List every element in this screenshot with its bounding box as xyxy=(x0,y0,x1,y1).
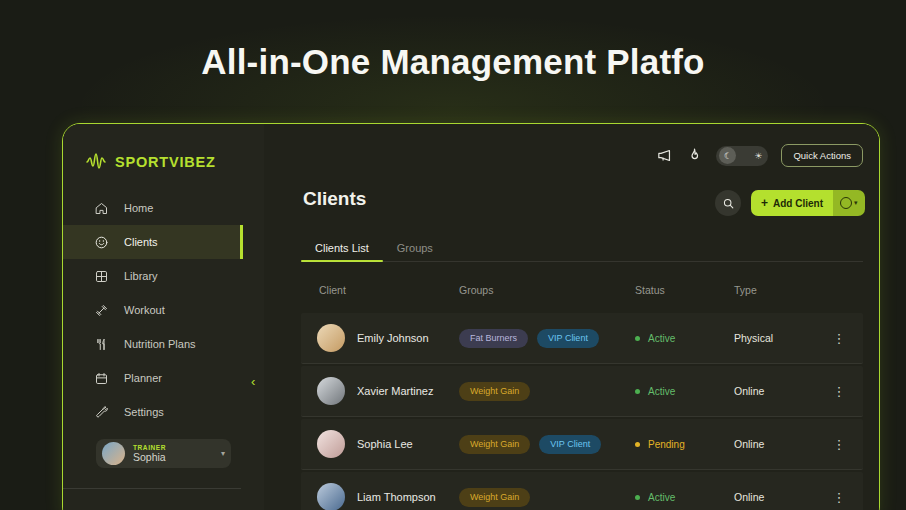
add-client-split-button: + Add Client ▾ xyxy=(751,190,865,216)
group-badge: Fat Burners xyxy=(459,329,528,348)
client-circle-icon xyxy=(840,197,852,209)
column-header-groups: Groups xyxy=(459,284,493,296)
sidebar: SPORTVIBEZ HomeClientsLibraryWorkoutNutr… xyxy=(63,124,265,510)
flame-icon[interactable] xyxy=(686,147,703,164)
sidebar-item-label: Home xyxy=(124,202,153,214)
client-name: Sophia Lee xyxy=(357,419,413,469)
status-label: Active xyxy=(648,386,675,397)
add-client-dropdown-button[interactable]: ▾ xyxy=(833,190,865,216)
client-type: Online xyxy=(734,472,764,510)
status-badge: Active xyxy=(635,472,675,510)
table-row[interactable]: Xavier MartinezWeight GainActiveOnline⋮ xyxy=(301,366,863,417)
trainer-name: Sophia xyxy=(133,451,221,463)
avatar xyxy=(317,377,345,405)
client-name: Liam Thompson xyxy=(357,472,436,510)
client-type: Physical xyxy=(734,313,773,363)
sidebar-item-library[interactable]: Library xyxy=(63,259,243,293)
status-badge: Active xyxy=(635,313,675,363)
add-client-label: Add Client xyxy=(773,198,823,209)
kebab-menu-icon[interactable]: ⋮ xyxy=(829,313,849,363)
sidebar-item-settings[interactable]: Settings xyxy=(63,395,243,429)
sidebar-item-label: Planner xyxy=(124,372,162,384)
clients-icon xyxy=(94,235,109,250)
planner-icon xyxy=(94,371,109,386)
tabs: Clients ListGroups xyxy=(301,234,447,261)
group-badge: VIP Client xyxy=(537,329,599,348)
nutrition-icon xyxy=(94,337,109,352)
quick-actions-button[interactable]: Quick Actions xyxy=(781,144,863,167)
tabs-divider xyxy=(301,261,863,262)
home-icon xyxy=(94,201,109,216)
group-badges: Weight GainVIP Client xyxy=(459,419,601,469)
group-badges: Fat BurnersVIP Client xyxy=(459,313,599,363)
settings-icon xyxy=(94,405,109,420)
sidebar-item-nutrition-plans[interactable]: Nutrition Plans xyxy=(63,327,243,361)
sidebar-item-label: Settings xyxy=(124,406,164,418)
status-dot-icon xyxy=(635,336,640,341)
sidebar-collapse-icon[interactable]: ‹ xyxy=(251,375,255,388)
group-badges: Weight Gain xyxy=(459,366,530,416)
page-title: Clients xyxy=(303,188,366,210)
table-row[interactable]: Sophia LeeWeight GainVIP ClientPendingOn… xyxy=(301,419,863,470)
kebab-menu-icon[interactable]: ⋮ xyxy=(829,472,849,510)
sidebar-item-home[interactable]: Home xyxy=(63,191,243,225)
sidebar-item-label: Nutrition Plans xyxy=(124,338,196,350)
kebab-menu-icon[interactable]: ⋮ xyxy=(829,366,849,416)
chevron-down-icon: ▾ xyxy=(221,449,225,458)
search-button[interactable] xyxy=(715,190,741,216)
sidebar-nav: HomeClientsLibraryWorkoutNutrition Plans… xyxy=(63,191,243,429)
client-name: Emily Johnson xyxy=(357,313,429,363)
workout-icon xyxy=(94,303,109,318)
status-label: Active xyxy=(648,492,675,503)
group-badge: Weight Gain xyxy=(459,488,530,507)
client-name: Xavier Martinez xyxy=(357,366,433,416)
library-icon xyxy=(94,269,109,284)
kebab-menu-icon[interactable]: ⋮ xyxy=(829,419,849,469)
column-header-client: Client xyxy=(319,284,346,296)
megaphone-icon[interactable] xyxy=(656,147,673,164)
page: { "page": { "hero_title": "All-in-One Ma… xyxy=(0,0,906,510)
theme-toggle[interactable]: ☾ ☀ xyxy=(716,146,768,166)
chevron-down-icon: ▾ xyxy=(854,199,858,207)
sidebar-item-label: Library xyxy=(124,270,158,282)
status-dot-icon xyxy=(635,442,640,447)
add-client-button[interactable]: + Add Client xyxy=(751,190,833,216)
sidebar-item-clients[interactable]: Clients xyxy=(63,225,243,259)
status-dot-icon xyxy=(635,389,640,394)
header-actions: ☾ ☀ Quick Actions xyxy=(656,144,863,167)
brand-name: SPORTVIBEZ xyxy=(115,154,216,170)
sun-icon[interactable]: ☀ xyxy=(754,151,762,161)
hero-title: All-in-One Management Platfo xyxy=(0,42,906,82)
table-row[interactable]: Emily JohnsonFat BurnersVIP ClientActive… xyxy=(301,313,863,364)
sidebar-item-label: Clients xyxy=(124,236,158,248)
avatar xyxy=(317,324,345,352)
plus-icon: + xyxy=(761,196,768,210)
client-type: Online xyxy=(734,419,764,469)
group-badge: Weight Gain xyxy=(459,382,530,401)
tab-clients-list[interactable]: Clients List xyxy=(301,234,383,261)
table-header: ClientGroupsStatusType xyxy=(301,284,863,302)
column-header-status: Status xyxy=(635,284,665,296)
avatar xyxy=(317,430,345,458)
group-badge: Weight Gain xyxy=(459,435,530,454)
status-badge: Pending xyxy=(635,419,685,469)
client-table: Emily JohnsonFat BurnersVIP ClientActive… xyxy=(301,313,863,510)
client-type: Online xyxy=(734,366,764,416)
avatar xyxy=(317,483,345,510)
moon-icon[interactable]: ☾ xyxy=(719,147,736,164)
pulse-logo-icon xyxy=(84,150,108,174)
group-badges: Weight Gain xyxy=(459,472,530,510)
table-row[interactable]: Liam ThompsonWeight GainActiveOnline⋮ xyxy=(301,472,863,510)
trainer-card[interactable]: TRAINER Sophia ▾ xyxy=(96,439,231,468)
dashboard-frame: SPORTVIBEZ HomeClientsLibraryWorkoutNutr… xyxy=(62,123,880,510)
sidebar-item-planner[interactable]: Planner xyxy=(63,361,243,395)
column-header-type: Type xyxy=(734,284,757,296)
main-content: ☾ ☀ Quick Actions Clients + Add Client ▾ xyxy=(264,124,879,510)
group-badge: VIP Client xyxy=(539,435,601,454)
status-dot-icon xyxy=(635,495,640,500)
sidebar-item-workout[interactable]: Workout xyxy=(63,293,243,327)
search-icon xyxy=(722,197,735,210)
sidebar-item-label: Workout xyxy=(124,304,165,316)
tab-groups[interactable]: Groups xyxy=(383,234,447,261)
status-label: Active xyxy=(648,333,675,344)
